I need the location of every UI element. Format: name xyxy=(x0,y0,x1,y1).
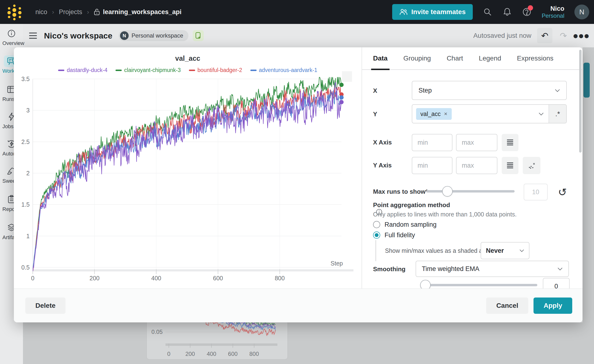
radio-full-fidelity-label[interactable]: Full fidelity xyxy=(385,231,415,239)
panel-editor-dialog: 0.511.522.533.50200400600800Step val_acc… xyxy=(14,47,582,322)
x-axis-log-scale-icon[interactable] xyxy=(502,134,519,151)
chart-title: val_acc xyxy=(14,54,362,62)
max-runs-slider[interactable] xyxy=(426,190,515,193)
y-axis-log-scale-icon[interactable] xyxy=(502,157,519,174)
cancel-button[interactable]: Cancel xyxy=(486,297,528,314)
tab-data[interactable]: Data xyxy=(373,47,388,70)
svg-text:200: 200 xyxy=(89,275,100,282)
svg-text:1: 1 xyxy=(26,233,30,239)
add-panel-button-partial xyxy=(583,63,590,98)
indent-rule xyxy=(375,240,376,261)
smoothing-select[interactable]: Time weighted EMA xyxy=(416,261,569,277)
sidebar-item-label: Overview xyxy=(0,40,24,46)
radio-random-sampling[interactable] xyxy=(373,221,380,228)
svg-text:0: 0 xyxy=(167,351,170,357)
breadcrumb-projects[interactable]: Projects xyxy=(59,8,82,16)
user-block[interactable]: Nico Personal xyxy=(542,5,564,19)
legend-swatch xyxy=(189,70,195,71)
svg-text:2.5: 2.5 xyxy=(21,138,30,145)
autosave-status: Autosaved just now xyxy=(473,32,531,40)
invite-teammates-button[interactable]: Invite teammates xyxy=(392,4,473,20)
navbar-right: Invite teammates Nico Personal xyxy=(392,4,589,20)
smoothing-slider[interactable] xyxy=(425,284,537,286)
personal-workspace-badge[interactable]: N Personal workspace xyxy=(119,30,189,41)
wandb-logo-icon[interactable] xyxy=(6,2,23,21)
apply-button[interactable]: Apply xyxy=(533,297,572,314)
top-navbar: nico › Projects › learning_workspaces_ap… xyxy=(0,0,594,24)
smoothing-label: Smoothing xyxy=(373,265,405,273)
radio-random-sampling-label[interactable]: Random sampling xyxy=(385,221,437,228)
legend-item[interactable]: bountiful-badger-2 xyxy=(189,67,242,74)
y-axis-min-input[interactable] xyxy=(412,157,452,174)
remove-metric-icon[interactable]: × xyxy=(444,110,447,117)
panel-scrollbar[interactable] xyxy=(579,50,581,153)
modal-scrim-bottom xyxy=(0,322,594,364)
x-select[interactable]: Step xyxy=(412,81,567,100)
max-runs-value-input[interactable] xyxy=(524,184,548,200)
legend-label: clairvoyant-chipmunk-3 xyxy=(124,67,181,74)
people-icon xyxy=(399,8,407,15)
legend-item[interactable]: dastardly-duck-4 xyxy=(58,67,107,74)
sidebar-item-label: Jobs xyxy=(0,123,14,130)
svg-text:1.5: 1.5 xyxy=(21,201,30,208)
smoothing-value: Time weighted EMA xyxy=(422,265,479,273)
y-axis-max-input[interactable] xyxy=(456,157,497,174)
legend-item[interactable]: clairvoyant-chipmunk-3 xyxy=(115,67,181,74)
svg-text:0: 0 xyxy=(31,275,34,282)
svg-text:Step: Step xyxy=(331,260,343,267)
regex-toggle-button[interactable]: .* xyxy=(549,105,566,123)
svg-text:600: 600 xyxy=(228,351,238,357)
menu-icon[interactable] xyxy=(28,32,38,40)
x-field-label: X xyxy=(373,87,377,94)
svg-text:200: 200 xyxy=(185,351,195,357)
avatar[interactable]: N xyxy=(574,5,589,19)
svg-text:3: 3 xyxy=(26,107,30,114)
svg-text:0.5: 0.5 xyxy=(21,264,30,271)
breadcrumb-org[interactable]: nico xyxy=(35,8,47,16)
more-options-button[interactable]: ●●● xyxy=(574,28,589,43)
smoothing-slider-thumb[interactable] xyxy=(420,280,431,288)
redo-button[interactable]: ↷ xyxy=(556,28,571,43)
breadcrumb-project[interactable]: learning_workspaces_api xyxy=(94,8,182,16)
y-axis-scatter-icon[interactable] xyxy=(523,157,540,174)
badge-label: Personal workspace xyxy=(132,32,183,39)
minmax-select[interactable]: Never xyxy=(481,242,529,259)
legend-item[interactable]: adventurous-aardvark-1 xyxy=(250,67,317,74)
y-select[interactable]: val_acc × .* xyxy=(412,104,567,123)
modal-scrim-right xyxy=(582,47,594,322)
tab-chart[interactable]: Chart xyxy=(447,47,463,70)
user-name: Nico xyxy=(542,5,564,13)
y-metric-chip-label: val_acc xyxy=(420,110,441,117)
aggregation-note: Only applies to lines with more than 1,0… xyxy=(373,211,517,218)
search-icon[interactable] xyxy=(483,7,492,17)
breadcrumb-separator: › xyxy=(52,8,54,16)
smoothing-value-input[interactable] xyxy=(543,278,570,288)
breadcrumb: nico › Projects › learning_workspaces_ap… xyxy=(35,8,182,16)
reset-icon[interactable]: ↺ xyxy=(556,184,569,200)
bell-icon[interactable] xyxy=(502,7,512,17)
undo-button[interactable]: ↶ xyxy=(537,28,552,43)
legend-swatch xyxy=(115,70,122,71)
create-report-icon[interactable] xyxy=(193,30,204,41)
max-runs-slider-thumb[interactable] xyxy=(442,186,453,197)
sidebar-item-label: Runs xyxy=(0,96,15,102)
legend-label: bountiful-badger-2 xyxy=(197,67,242,74)
help-icon[interactable] xyxy=(522,7,532,17)
svg-text:800: 800 xyxy=(250,351,259,357)
y-metric-chip[interactable]: val_acc × xyxy=(416,108,452,120)
svg-text:3.5: 3.5 xyxy=(21,76,30,82)
minmax-value: Never xyxy=(486,247,504,255)
delete-button[interactable]: Delete xyxy=(25,297,66,314)
tab-expressions[interactable]: Expressions xyxy=(517,47,554,70)
tab-legend[interactable]: Legend xyxy=(479,47,501,70)
svg-text:400: 400 xyxy=(151,275,162,282)
x-axis-min-input[interactable] xyxy=(412,134,452,151)
dialog-footer: Delete Cancel Apply xyxy=(14,288,582,322)
x-axis-max-input[interactable] xyxy=(456,134,497,151)
user-scope: Personal xyxy=(542,13,564,19)
tab-grouping[interactable]: Grouping xyxy=(403,47,431,70)
project-name: learning_workspaces_api xyxy=(103,8,182,16)
notification-badge xyxy=(528,5,533,11)
breadcrumb-separator: › xyxy=(87,8,89,16)
radio-full-fidelity[interactable] xyxy=(373,231,380,239)
